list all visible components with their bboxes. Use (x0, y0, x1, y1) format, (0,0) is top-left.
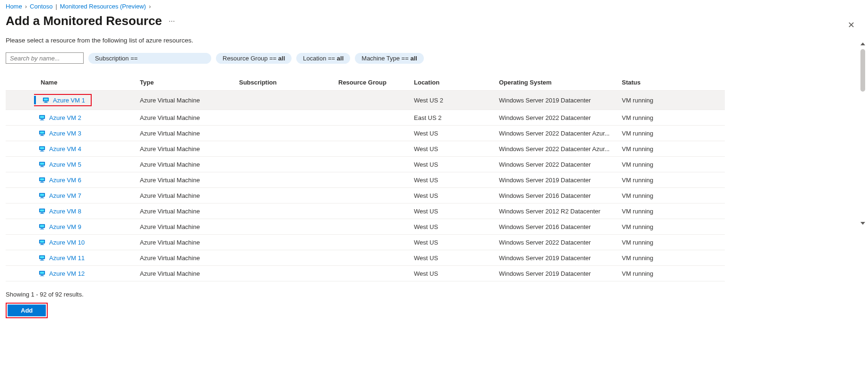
resource-name-link[interactable]: Azure VM 6 (49, 177, 81, 184)
svg-rect-27 (40, 198, 44, 198)
svg-rect-2 (44, 102, 47, 102)
row-checkbox[interactable] (16, 129, 24, 137)
svg-rect-37 (40, 241, 44, 243)
table-row[interactable]: Azure VM 1Azure Virtual MachineWest US 2… (6, 91, 725, 110)
resource-name-link[interactable]: Azure VM 2 (49, 114, 81, 121)
table-row[interactable]: Azure VM 5Azure Virtual MachineWest USWi… (6, 157, 725, 172)
col-subscription[interactable]: Subscription (237, 75, 336, 90)
cell-os: Windows Server 2022 Datacenter (497, 236, 620, 249)
resource-name-link[interactable]: Azure VM 3 (49, 130, 81, 137)
resource-name-link[interactable]: Azure VM 8 (49, 208, 81, 215)
col-os[interactable]: Operating System (497, 75, 620, 90)
filter-rg-label: Resource Group == (223, 55, 278, 62)
table-row[interactable]: Azure VM 6Azure Virtual MachineWest USWi… (6, 172, 725, 188)
table-row[interactable]: Azure VM 9Azure Virtual MachineWest USWi… (6, 219, 725, 235)
col-name[interactable]: Name (34, 75, 138, 90)
table-row[interactable]: Azure VM 2Azure Virtual MachineEast US 2… (6, 110, 725, 126)
scrollbar-thumb[interactable] (860, 49, 865, 92)
svg-rect-21 (40, 178, 44, 180)
instruction-text: Please select a resource from the follow… (6, 37, 862, 44)
results-count: Showing 1 - 92 of 92 results. (6, 291, 862, 298)
cell-status: VM running (620, 173, 696, 187)
cell-status: VM running (620, 236, 696, 249)
svg-rect-47 (40, 276, 44, 276)
row-checkbox[interactable] (16, 160, 24, 169)
resource-name-link[interactable]: Azure VM 5 (49, 161, 81, 168)
svg-rect-30 (41, 213, 43, 213)
filter-resource-group[interactable]: Resource Group == all (216, 53, 292, 64)
cell-subscription (237, 130, 336, 136)
svg-rect-41 (40, 256, 44, 258)
resource-name-link[interactable]: Azure VM 7 (49, 192, 81, 199)
table-row[interactable]: Azure VM 4Azure Virtual MachineWest USWi… (6, 141, 725, 157)
table-row[interactable]: Azure VM 7Azure Virtual MachineWest USWi… (6, 188, 725, 203)
row-checkbox[interactable] (16, 113, 24, 122)
breadcrumb: Home › Contoso | Monitored Resources (Pr… (6, 0, 862, 12)
cell-subscription (237, 223, 336, 230)
cell-location: West US (412, 189, 497, 203)
filter-bar: Subscription == Resource Group == all Lo… (6, 52, 862, 64)
scroll-up-icon[interactable] (860, 42, 865, 45)
resource-name-link[interactable]: Azure VM 9 (49, 223, 81, 230)
cell-status: VM running (620, 111, 696, 125)
close-button[interactable]: ✕ (846, 18, 857, 32)
breadcrumb-item-contoso[interactable]: Contoso (30, 3, 52, 10)
page-title: Add a Monitored Resource (6, 14, 162, 28)
breadcrumb-separator: | (55, 3, 57, 10)
row-checkbox[interactable] (16, 222, 24, 231)
table-row[interactable]: Azure VM 10Azure Virtual MachineWest USW… (6, 235, 725, 250)
resource-name-link[interactable]: Azure VM 12 (49, 270, 85, 277)
col-location[interactable]: Location (412, 75, 497, 90)
table-row[interactable]: Azure VM 3Azure Virtual MachineWest USWi… (6, 126, 725, 141)
cell-status: VM running (620, 127, 696, 140)
cell-type: Azure Virtual Machine (138, 173, 237, 187)
cell-os: Windows Server 2022 Datacenter (497, 158, 620, 171)
search-input[interactable] (6, 52, 84, 64)
table-row[interactable]: Azure VM 12Azure Virtual MachineWest USW… (6, 266, 725, 281)
col-status[interactable]: Status (620, 75, 696, 90)
cell-resource-group (336, 177, 412, 183)
title-row: Add a Monitored Resource ··· (6, 12, 862, 37)
vm-icon (39, 177, 45, 183)
add-button[interactable]: Add (8, 305, 46, 316)
col-resource-group[interactable]: Resource Group (336, 75, 412, 90)
table-row[interactable]: Azure VM 11Azure Virtual MachineWest USW… (6, 250, 725, 266)
filter-subscription[interactable]: Subscription == (88, 53, 211, 64)
filter-machine-type[interactable]: Machine Type == all (355, 53, 424, 64)
row-checkbox[interactable] (16, 144, 24, 153)
breadcrumb-home[interactable]: Home (6, 3, 22, 10)
col-type[interactable]: Type (138, 75, 237, 90)
resource-name-link[interactable]: Azure VM 10 (49, 239, 85, 246)
table-row[interactable]: Azure VM 8Azure Virtual MachineWest USWi… (6, 203, 725, 219)
vm-icon (43, 97, 49, 103)
cell-type: Azure Virtual Machine (138, 251, 237, 265)
vm-icon (39, 270, 45, 277)
cell-location: West US (412, 142, 497, 156)
cell-location: West US (412, 220, 497, 234)
row-checkbox[interactable] (16, 254, 24, 262)
svg-rect-26 (41, 197, 43, 198)
more-actions-button[interactable]: ··· (167, 15, 177, 27)
resource-name-link[interactable]: Azure VM 1 (53, 97, 85, 104)
breadcrumb-item-monitored[interactable]: Monitored Resources (Preview) (60, 3, 146, 10)
row-checkbox[interactable] (16, 191, 24, 200)
resource-name-link[interactable]: Azure VM 11 (49, 254, 85, 262)
resource-name-link[interactable]: Azure VM 4 (49, 145, 81, 153)
row-checkbox[interactable] (16, 207, 24, 215)
cell-type: Azure Virtual Machine (138, 127, 237, 140)
row-checkbox[interactable] (16, 238, 24, 246)
cell-location: West US (412, 173, 497, 187)
scrollbar[interactable] (859, 42, 866, 225)
cell-location: West US (412, 158, 497, 171)
chevron-right-icon: › (149, 3, 151, 10)
scroll-down-icon[interactable] (860, 222, 865, 225)
row-checkbox[interactable] (16, 269, 24, 278)
row-checkbox[interactable] (34, 96, 36, 104)
cell-subscription (237, 254, 336, 261)
row-checkbox[interactable] (16, 176, 24, 184)
cell-type: Azure Virtual Machine (138, 142, 237, 156)
cell-status: VM running (620, 204, 696, 218)
cell-type: Azure Virtual Machine (138, 236, 237, 249)
filter-location[interactable]: Location == all (296, 53, 350, 64)
vm-icon (39, 114, 45, 121)
